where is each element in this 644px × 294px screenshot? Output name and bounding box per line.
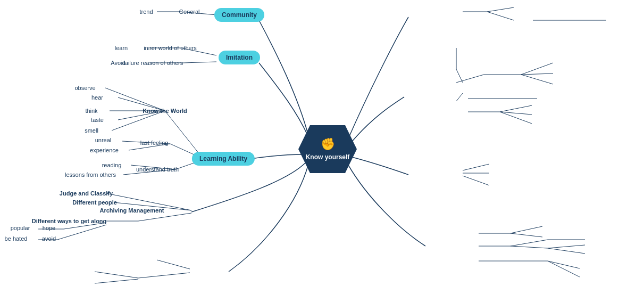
svg-line-27 [157,260,190,269]
popular-label: popular [11,225,30,231]
general-label: General [179,9,199,15]
svg-line-52 [463,176,489,185]
svg-line-60 [548,245,585,248]
observe-label: observe [74,85,95,91]
understand-truth-label: understand truth [136,166,179,173]
community-box: Community [214,8,264,22]
reading-label: reading [102,162,122,168]
center-node: ✊ Know yourself [298,125,357,173]
be-hated-label: be hated [5,235,28,242]
failure-reason-label: failure reason of others [123,60,183,66]
experience-label: experience [90,147,119,153]
svg-line-61 [548,248,585,254]
different-people-label: Different people [72,199,117,206]
learn-label: learn [115,45,128,51]
svg-line-47 [500,105,532,112]
trend-label: trend [139,9,153,15]
svg-line-28 [138,273,190,278]
taste-label: taste [91,117,104,123]
center-label: Know yourself [306,153,350,161]
svg-line-57 [511,240,548,246]
smell-label: smell [85,127,98,134]
svg-line-40 [521,63,553,75]
community-node: Community [214,8,264,22]
svg-line-6 [183,62,216,63]
hope-label: hope [43,225,55,231]
svg-line-48 [500,112,532,115]
last-feeling-label: last feeling [140,140,169,146]
learning-node: Learning Ability [192,152,255,166]
svg-line-37 [456,69,463,83]
mindmap-canvas: ✊ Know yourself Community trend General … [0,0,644,294]
imitation-node: Imitation [219,51,260,64]
archiving-label: Archiving Management [99,207,164,214]
svg-line-65 [548,261,580,277]
unreal-label: unreal [95,137,112,143]
svg-line-64 [548,261,580,268]
learning-box: Learning Ability [192,152,255,166]
inner-world-label: inner world of others [144,45,197,51]
svg-line-26 [57,225,106,240]
svg-line-30 [95,279,138,283]
svg-line-29 [95,272,138,278]
avoid-label2: avoid [42,235,56,242]
svg-line-33 [487,12,514,20]
judge-label: Judge and Classify [60,190,113,197]
know-world-label: Know the World [143,108,187,114]
svg-line-55 [511,233,542,237]
svg-line-49 [500,112,532,124]
think-label: think [85,108,97,114]
different-ways-label: Different ways to get along [32,218,107,224]
svg-line-32 [487,7,514,12]
svg-line-50 [463,164,489,170]
svg-line-54 [511,226,542,233]
hear-label: hear [91,94,103,101]
svg-line-22 [138,213,191,221]
svg-line-41 [521,74,553,75]
svg-line-38 [456,75,484,83]
svg-line-42 [521,75,553,84]
imitation-box: Imitation [219,51,260,64]
svg-line-59 [511,246,548,248]
svg-line-43 [456,93,463,101]
lessons-label: lessons from others [65,172,116,178]
